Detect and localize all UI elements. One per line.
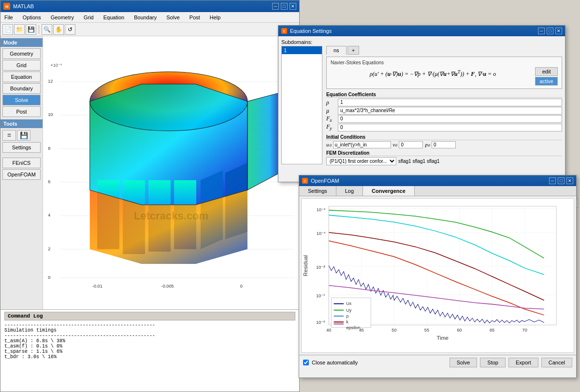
subdomain-item-1[interactable]: 1	[282, 46, 322, 54]
foam-convergence-content: Residual 10⁻² 10⁻³ 10⁻⁴ 10⁻⁵ 10⁻⁶ 40 45 …	[299, 196, 576, 355]
eq-minimize[interactable]: ─	[538, 28, 545, 34]
main-title: MATLAB	[13, 3, 34, 9]
u0-input[interactable]	[333, 141, 391, 148]
sidebar-openfoam-btn[interactable]: OpenFOAM	[2, 169, 41, 180]
fem-discretization: FEM Discretization (P1/Q1) first order c…	[326, 150, 562, 165]
u0-label: u₀	[326, 142, 331, 148]
close-auto-checkbox[interactable]	[303, 360, 309, 365]
menu-bar: File Options Geometry Grid Equation Boun…	[0, 12, 299, 23]
eq-title: Equation Settings	[290, 28, 332, 34]
eq-right-panel: ns + Navier-Stokes Equations ρ(u' + (u·∇…	[326, 46, 562, 165]
equation-settings-window: E Equation Settings ─ □ ✕ Subdomains: 1 …	[278, 25, 566, 182]
menu-equation[interactable]: Equation	[102, 14, 126, 21]
svg-text:10: 10	[48, 112, 53, 117]
save-btn[interactable]: 💾	[26, 24, 36, 35]
equation-coefficients: Equation Coefficients ρ 1 μ u_max*2/3*h_…	[326, 92, 562, 131]
v0-input[interactable]	[399, 141, 423, 148]
svg-text:-0.005: -0.005	[161, 284, 174, 289]
tab-settings[interactable]: Settings	[299, 186, 336, 196]
canvas-area: ×10⁻³ 12 10 8 6 4 2 0	[43, 36, 299, 309]
svg-text:10⁻⁴: 10⁻⁴	[316, 265, 325, 270]
minimize-btn[interactable]: ─	[272, 3, 279, 10]
eq-maximize[interactable]: □	[547, 28, 553, 34]
main-window: M MATLAB ─ □ ✕ File Options Geometry Gri…	[0, 0, 300, 392]
menu-post[interactable]: Post	[188, 14, 202, 21]
equals-icon[interactable]: =	[2, 130, 16, 141]
edit-active-buttons: edit active	[535, 67, 558, 86]
command-log-header: Command Log	[4, 312, 295, 320]
toolbar-sep1	[39, 25, 39, 34]
new-btn[interactable]: 📄	[2, 24, 13, 35]
solve-button[interactable]: Solve	[450, 358, 478, 367]
navier-formula: ρ(u' + (u·∇)u) = −∇p + ∇·(μ(∇u+∇uT)) + F…	[331, 69, 535, 78]
coeff-fy-val[interactable]: 0	[338, 124, 562, 131]
foam-maximize[interactable]: □	[558, 177, 565, 184]
sidebar-btn-post[interactable]: Post	[2, 106, 41, 117]
tab-plus[interactable]: +	[348, 46, 359, 55]
sidebar-btn-solve[interactable]: Solve	[2, 95, 41, 105]
zoom-btn[interactable]: 🔍	[42, 24, 52, 35]
p0-input[interactable]	[432, 141, 456, 148]
sidebar-settings-btn[interactable]: Settings	[2, 142, 41, 153]
svg-text:k: k	[346, 319, 348, 324]
command-log: Command Log ----------------------------…	[0, 309, 299, 392]
svg-text:50: 50	[392, 328, 396, 333]
eq-icon: E	[281, 28, 287, 34]
eq-content: Subdomains: 1 ns + Navier-Stokes Equatio…	[278, 36, 565, 168]
pan-btn[interactable]: ✋	[53, 24, 64, 35]
menu-file[interactable]: File	[2, 14, 15, 21]
open-btn[interactable]: 📁	[14, 24, 25, 35]
svg-text:70: 70	[522, 328, 527, 333]
cancel-button[interactable]: Cancel	[541, 358, 572, 367]
app-icon: M	[3, 3, 10, 10]
foam-minimize[interactable]: ─	[549, 177, 556, 184]
foam-tabs: Settings Log Convergence	[299, 186, 576, 196]
svg-text:55: 55	[424, 328, 429, 333]
sidebar-btn-equation[interactable]: Equation	[2, 72, 41, 82]
tab-ns[interactable]: ns	[326, 46, 347, 55]
fem-select[interactable]: (P1/Q1) first order confor...	[326, 157, 396, 165]
subdomains-label: Subdomains:	[281, 39, 562, 45]
edit-button[interactable]: edit	[535, 67, 558, 76]
cmd-simulation: Simulation timings	[4, 328, 295, 333]
sflag-text: sflag1 sflag1 sflag1	[398, 159, 440, 164]
stop-button[interactable]: Stop	[480, 358, 506, 367]
sidebar-btn-grid[interactable]: Grid	[2, 60, 41, 71]
rotate-btn[interactable]: ↺	[65, 24, 75, 35]
foam-title-bar: O OpenFOAM ─ □ ✕	[299, 175, 576, 186]
close-btn[interactable]: ✕	[290, 3, 296, 10]
convergence-chart: Residual 10⁻² 10⁻³ 10⁻⁴ 10⁻⁵ 10⁻⁶ 40 45 …	[301, 198, 574, 353]
svg-text:10⁻³: 10⁻³	[317, 231, 325, 236]
coeff-fx-val[interactable]: 0	[338, 115, 562, 123]
export-button[interactable]: Export	[508, 358, 538, 367]
cmd-separator2: ----------------------------------------…	[4, 333, 295, 338]
menu-grid[interactable]: Grid	[82, 14, 96, 21]
menu-solve[interactable]: Solve	[164, 14, 182, 21]
maximize-btn[interactable]: □	[281, 3, 288, 10]
sidebar-btn-boundary[interactable]: Boundary	[2, 83, 41, 94]
svg-text:Residual: Residual	[303, 255, 308, 276]
svg-text:4: 4	[48, 213, 50, 218]
coeffs-title: Equation Coefficients	[326, 92, 562, 98]
menu-help[interactable]: Help	[208, 14, 223, 21]
menu-options[interactable]: Options	[21, 14, 43, 21]
tab-log[interactable]: Log	[336, 186, 363, 196]
sidebar-fenics-btn[interactable]: FEniCS	[2, 158, 41, 168]
visualization-svg: ×10⁻³ 12 10 8 6 4 2 0	[43, 36, 299, 309]
eq-close[interactable]: ✕	[555, 28, 562, 34]
tab-convergence[interactable]: Convergence	[363, 186, 415, 196]
disk-icon[interactable]: 💾	[17, 130, 30, 141]
foam-close[interactable]: ✕	[566, 177, 573, 184]
cmd-tasm-a: t_asm(A) : 6.8s \ 38%	[4, 338, 295, 344]
main-title-bar: M MATLAB ─ □ ✕	[0, 0, 299, 12]
coeff-fx-name: Fx	[326, 115, 336, 123]
menu-boundary[interactable]: Boundary	[132, 14, 159, 21]
sidebar-btn-geometry[interactable]: Geometry	[2, 48, 41, 59]
eq-layout: 1 ns + Navier-Stokes Equations ρ(u' + (u…	[281, 46, 562, 165]
active-button[interactable]: active	[535, 77, 558, 86]
coeff-rho-val[interactable]: 1	[338, 99, 562, 106]
coeff-mu-val[interactable]: u_max*2/3*h_channel/Re	[338, 107, 562, 115]
cmd-tasm-f: t_asm(f) : 0.1s \ 0%	[4, 344, 295, 349]
convergence-svg: Residual 10⁻² 10⁻³ 10⁻⁴ 10⁻⁵ 10⁻⁶ 40 45 …	[302, 199, 574, 352]
menu-geometry[interactable]: Geometry	[49, 14, 76, 21]
